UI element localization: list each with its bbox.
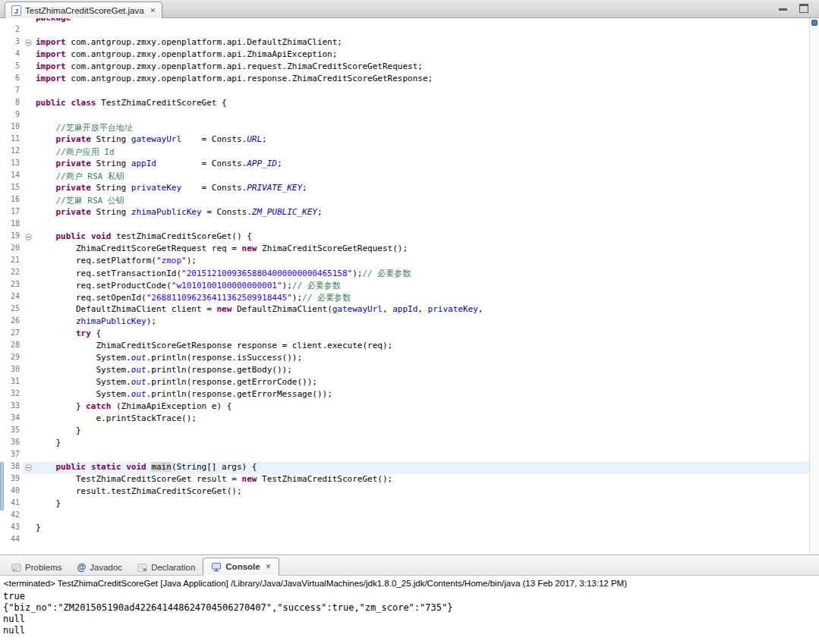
code-line[interactable]: 8public class TestZhimaCreditScoreGet { [0,98,819,110]
line-number[interactable]: 6 [0,74,23,86]
code-line[interactable]: 33 } catch (ZhimaApiException e) { [0,401,819,413]
line-number[interactable]: 12 [0,146,23,159]
editor-tab-close-icon[interactable]: ✕ [150,7,156,14]
code-line[interactable]: 7 [0,86,819,98]
code-line[interactable]: 22 req.setTransactionId("201512100936588… [0,268,819,280]
tab-console-close-icon[interactable]: ✕ [266,563,272,570]
code-line[interactable]: package [0,18,819,25]
line-number[interactable]: 14 [0,171,23,183]
code-line[interactable]: 44 [0,535,819,547]
overview-ruler[interactable] [809,18,819,554]
tab-declaration[interactable]: Declaration [130,559,203,576]
code-line[interactable]: 25 DefaultZhimaClient client = new Defau… [0,304,819,316]
fold-collapse-icon[interactable] [25,39,32,46]
code-line[interactable]: 5import com.antgroup.zmxy.openplatform.a… [0,61,819,74]
code-line[interactable]: 2 [0,25,819,37]
code-line[interactable]: 11 private String gatewayUrl = Consts.UR… [0,134,819,146]
code-line[interactable]: 26 zhimaPublicKey); [0,316,819,328]
line-number[interactable]: 27 [0,328,23,341]
line-number[interactable]: 23 [0,280,23,292]
code-line[interactable]: 14 //商户 RSA 私钥 [0,171,819,183]
maximize-icon[interactable] [799,4,808,13]
line-number[interactable]: 16 [0,195,23,207]
line-number[interactable]: 3 [0,37,23,49]
line-number[interactable]: 37 [0,450,23,462]
code-line[interactable]: 40 result.testZhimaCreditScoreGet(); [0,486,819,498]
code-line[interactable]: 13 private String appId = Consts.APP_ID; [0,159,819,171]
line-number[interactable]: 28 [0,341,23,353]
code-line[interactable]: 20 ZhimaCreditScoreGetRequest req = new … [0,243,819,256]
line-number[interactable]: 13 [0,159,23,171]
code-line[interactable]: 17 private String zhimaPublicKey = Const… [0,207,819,219]
tab-console[interactable]: Console ✕ [203,558,279,576]
code-line[interactable]: 4import com.antgroup.zmxy.openplatform.a… [0,49,819,61]
minimize-icon[interactable] [779,4,787,12]
fold-collapse-icon[interactable] [25,234,32,240]
code-line[interactable]: 42 [0,510,819,523]
line-number[interactable]: 9 [0,110,23,122]
line-number[interactable]: 15 [0,183,23,195]
line-number[interactable]: 35 [0,426,23,438]
line-number[interactable]: 26 [0,316,23,328]
code-line[interactable]: 6import com.antgroup.zmxy.openplatform.a… [0,74,819,86]
line-number[interactable]: 5 [0,61,23,74]
line-number[interactable] [0,18,23,25]
line-number[interactable]: 4 [0,49,23,61]
code-line[interactable]: 36 } [0,438,819,450]
code-line[interactable]: 43} [0,523,819,535]
code-line[interactable]: 35 } [0,426,819,438]
line-number[interactable]: 44 [0,535,23,547]
line-number[interactable]: 34 [0,413,23,426]
line-number[interactable]: 18 [0,219,23,231]
code-line[interactable]: 12 //商户应用 Id [0,146,819,159]
code-line[interactable]: 16 //芝麻 RSA 公钥 [0,195,819,207]
code-line[interactable]: 15 private String privateKey = Consts.PR… [0,183,819,195]
console-view[interactable]: <terminated> TestZhimaCreditScoreGet [Ja… [0,576,819,636]
line-number[interactable]: 10 [0,122,23,134]
code-line[interactable]: 30 System.out.println(response.getBody()… [0,365,819,377]
line-number[interactable]: 11 [0,134,23,146]
line-number[interactable]: 29 [0,353,23,365]
code-line[interactable]: 37 [0,450,819,462]
line-number[interactable]: 33 [0,401,23,413]
code-line[interactable]: 31 System.out.println(response.getErrorC… [0,377,819,389]
code-line[interactable]: 3import com.antgroup.zmxy.openplatform.a… [0,37,819,49]
fold-gutter[interactable] [23,462,36,474]
code-line[interactable]: 10 //芝麻开放平台地址 [0,122,819,134]
fold-gutter[interactable] [23,231,36,243]
code-line[interactable]: 27 try { [0,328,819,341]
line-number[interactable]: 24 [0,292,23,304]
fold-collapse-icon[interactable] [25,464,32,471]
code-line[interactable]: 24 req.setOpenId("2688110962364113625099… [0,292,819,304]
line-number[interactable]: 31 [0,377,23,389]
code-line[interactable]: 19 public void testZhimaCreditScoreGet()… [0,231,819,243]
line-number[interactable]: 43 [0,523,23,535]
line-number[interactable]: 32 [0,389,23,401]
code-line[interactable]: 34 e.printStackTrace(); [0,413,819,426]
line-number[interactable]: 8 [0,98,23,110]
code-line[interactable]: 9 [0,110,819,122]
code-line[interactable]: 38 public static void main(String[] args… [0,462,819,474]
fold-gutter[interactable] [23,37,36,49]
code-line[interactable]: 23 req.setProductCode("w1010100100000000… [0,280,819,292]
code-line[interactable]: 21 req.setPlatform("zmop"); [0,256,819,268]
line-number[interactable]: 21 [0,256,23,268]
tab-javadoc[interactable]: @ Javadoc [70,559,131,576]
line-number[interactable]: 2 [0,25,23,37]
line-number[interactable]: 19 [0,231,23,243]
line-number[interactable]: 25 [0,304,23,316]
tab-problems[interactable]: Problems [4,559,70,576]
code-line[interactable]: 41 } [0,498,819,510]
code-line[interactable]: 18 [0,219,819,231]
code-line[interactable]: 29 System.out.println(response.isSuccess… [0,353,819,365]
editor-tab[interactable]: J TestZhimaCreditScoreGet.java ✕ [5,2,162,18]
code-line[interactable]: 28 ZhimaCreditScoreGetResponse response … [0,341,819,353]
code-editor[interactable]: package23import com.antgroup.zmxy.openpl… [0,18,819,554]
line-number[interactable]: 42 [0,510,23,523]
line-number[interactable]: 7 [0,86,23,98]
code-line[interactable]: 32 System.out.println(response.getErrorM… [0,389,819,401]
line-number[interactable]: 17 [0,207,23,219]
line-number[interactable]: 22 [0,268,23,280]
code-line[interactable]: 39 TestZhimaCreditScoreGet result = new … [0,474,819,486]
line-number[interactable]: 30 [0,365,23,377]
